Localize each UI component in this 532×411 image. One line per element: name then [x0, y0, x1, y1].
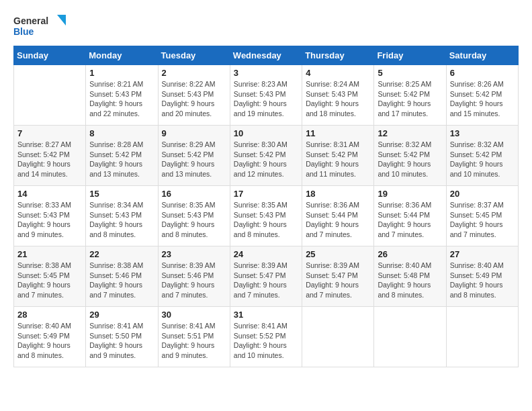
calendar-cell	[374, 307, 446, 367]
day-info: Sunrise: 8:28 AMSunset: 5:42 PMDaylight:…	[89, 140, 154, 179]
calendar-cell: 22Sunrise: 8:38 AMSunset: 5:46 PMDayligh…	[86, 246, 158, 307]
calendar-cell: 11Sunrise: 8:31 AMSunset: 5:42 PMDayligh…	[302, 126, 374, 186]
calendar-cell	[446, 307, 518, 367]
day-number: 13	[450, 128, 515, 138]
day-info: Sunrise: 8:35 AMSunset: 5:43 PMDaylight:…	[234, 200, 298, 240]
day-info: Sunrise: 8:38 AMSunset: 5:46 PMDaylight:…	[89, 261, 154, 300]
day-number: 10	[234, 128, 298, 138]
day-info: Sunrise: 8:30 AMSunset: 5:42 PMDaylight:…	[234, 140, 298, 179]
calendar-cell: 12Sunrise: 8:32 AMSunset: 5:42 PMDayligh…	[374, 126, 446, 186]
day-info: Sunrise: 8:41 AMSunset: 5:52 PMDaylight:…	[234, 321, 298, 361]
day-number: 30	[162, 310, 226, 320]
day-info: Sunrise: 8:23 AMSunset: 5:43 PMDaylight:…	[234, 79, 298, 119]
day-info: Sunrise: 8:39 AMSunset: 5:47 PMDaylight:…	[306, 261, 370, 300]
day-info: Sunrise: 8:40 AMSunset: 5:49 PMDaylight:…	[450, 261, 515, 300]
day-number: 21	[17, 249, 82, 259]
day-info: Sunrise: 8:22 AMSunset: 5:43 PMDaylight:…	[162, 79, 226, 119]
calendar-cell: 26Sunrise: 8:40 AMSunset: 5:48 PMDayligh…	[374, 246, 446, 307]
day-number: 23	[162, 249, 226, 259]
day-info: Sunrise: 8:26 AMSunset: 5:42 PMDaylight:…	[450, 79, 515, 119]
calendar-cell: 9Sunrise: 8:29 AMSunset: 5:42 PMDaylight…	[158, 126, 230, 186]
header-sunday: Sunday	[14, 46, 86, 65]
calendar-week-5: 28Sunrise: 8:40 AMSunset: 5:49 PMDayligh…	[14, 307, 519, 367]
day-number: 9	[162, 128, 226, 138]
svg-text:Blue: Blue	[13, 26, 34, 37]
calendar-cell: 17Sunrise: 8:35 AMSunset: 5:43 PMDayligh…	[230, 186, 302, 246]
day-number: 8	[89, 128, 154, 138]
day-number: 12	[378, 128, 442, 138]
calendar-cell: 5Sunrise: 8:25 AMSunset: 5:42 PMDaylight…	[374, 65, 446, 126]
day-info: Sunrise: 8:25 AMSunset: 5:42 PMDaylight:…	[378, 79, 442, 119]
calendar-cell: 30Sunrise: 8:41 AMSunset: 5:51 PMDayligh…	[158, 307, 230, 367]
day-info: Sunrise: 8:32 AMSunset: 5:42 PMDaylight:…	[378, 140, 442, 179]
calendar-cell: 21Sunrise: 8:38 AMSunset: 5:45 PMDayligh…	[14, 246, 86, 307]
day-info: Sunrise: 8:32 AMSunset: 5:42 PMDaylight:…	[450, 140, 515, 179]
day-info: Sunrise: 8:34 AMSunset: 5:43 PMDaylight:…	[89, 200, 154, 240]
day-number: 29	[89, 310, 154, 320]
header-friday: Friday	[374, 46, 446, 65]
page-header: General Blue	[13, 13, 519, 42]
day-info: Sunrise: 8:35 AMSunset: 5:43 PMDaylight:…	[162, 200, 226, 240]
calendar-cell: 20Sunrise: 8:37 AMSunset: 5:45 PMDayligh…	[446, 186, 518, 246]
day-number: 1	[89, 68, 154, 78]
calendar-week-1: 1Sunrise: 8:21 AMSunset: 5:43 PMDaylight…	[14, 65, 519, 126]
day-info: Sunrise: 8:33 AMSunset: 5:43 PMDaylight:…	[17, 200, 82, 240]
day-number: 4	[306, 68, 370, 78]
calendar-cell: 1Sunrise: 8:21 AMSunset: 5:43 PMDaylight…	[86, 65, 158, 126]
day-number: 28	[17, 310, 82, 320]
day-number: 26	[378, 249, 442, 259]
calendar-week-3: 14Sunrise: 8:33 AMSunset: 5:43 PMDayligh…	[14, 186, 519, 246]
day-info: Sunrise: 8:38 AMSunset: 5:45 PMDaylight:…	[17, 261, 82, 300]
day-number: 11	[306, 128, 370, 138]
svg-text:General: General	[13, 15, 48, 26]
calendar-cell: 8Sunrise: 8:28 AMSunset: 5:42 PMDaylight…	[86, 126, 158, 186]
calendar-cell: 10Sunrise: 8:30 AMSunset: 5:42 PMDayligh…	[230, 126, 302, 186]
calendar-cell: 23Sunrise: 8:39 AMSunset: 5:46 PMDayligh…	[158, 246, 230, 307]
day-info: Sunrise: 8:36 AMSunset: 5:44 PMDaylight:…	[306, 200, 370, 240]
calendar-cell	[302, 307, 374, 367]
day-info: Sunrise: 8:40 AMSunset: 5:49 PMDaylight:…	[17, 321, 82, 361]
header-saturday: Saturday	[446, 46, 518, 65]
calendar-cell: 18Sunrise: 8:36 AMSunset: 5:44 PMDayligh…	[302, 186, 374, 246]
day-number: 27	[450, 249, 515, 259]
calendar-cell: 29Sunrise: 8:41 AMSunset: 5:50 PMDayligh…	[86, 307, 158, 367]
calendar-cell: 7Sunrise: 8:27 AMSunset: 5:42 PMDaylight…	[14, 126, 86, 186]
day-number: 7	[17, 128, 82, 138]
calendar-cell: 19Sunrise: 8:36 AMSunset: 5:44 PMDayligh…	[374, 186, 446, 246]
day-info: Sunrise: 8:41 AMSunset: 5:51 PMDaylight:…	[162, 321, 226, 361]
header-thursday: Thursday	[302, 46, 374, 65]
header-monday: Monday	[86, 46, 158, 65]
day-info: Sunrise: 8:41 AMSunset: 5:50 PMDaylight:…	[89, 321, 154, 361]
day-number: 6	[450, 68, 515, 78]
calendar-cell: 6Sunrise: 8:26 AMSunset: 5:42 PMDaylight…	[446, 65, 518, 126]
calendar-cell: 14Sunrise: 8:33 AMSunset: 5:43 PMDayligh…	[14, 186, 86, 246]
day-number: 17	[234, 189, 298, 199]
day-info: Sunrise: 8:24 AMSunset: 5:43 PMDaylight:…	[306, 79, 370, 119]
day-info: Sunrise: 8:21 AMSunset: 5:43 PMDaylight:…	[89, 79, 154, 119]
logo-svg: General Blue	[13, 13, 67, 42]
day-number: 25	[306, 249, 370, 259]
day-info: Sunrise: 8:37 AMSunset: 5:45 PMDaylight:…	[450, 200, 515, 240]
calendar-cell: 28Sunrise: 8:40 AMSunset: 5:49 PMDayligh…	[14, 307, 86, 367]
calendar-cell: 15Sunrise: 8:34 AMSunset: 5:43 PMDayligh…	[86, 186, 158, 246]
day-number: 31	[234, 310, 298, 320]
calendar-cell: 16Sunrise: 8:35 AMSunset: 5:43 PMDayligh…	[158, 186, 230, 246]
day-info: Sunrise: 8:40 AMSunset: 5:48 PMDaylight:…	[378, 261, 442, 300]
day-number: 3	[234, 68, 298, 78]
day-number: 24	[234, 249, 298, 259]
day-info: Sunrise: 8:36 AMSunset: 5:44 PMDaylight:…	[378, 200, 442, 240]
calendar-cell: 25Sunrise: 8:39 AMSunset: 5:47 PMDayligh…	[302, 246, 374, 307]
svg-marker-2	[57, 15, 66, 26]
calendar-cell: 27Sunrise: 8:40 AMSunset: 5:49 PMDayligh…	[446, 246, 518, 307]
header-wednesday: Wednesday	[230, 46, 302, 65]
day-info: Sunrise: 8:27 AMSunset: 5:42 PMDaylight:…	[17, 140, 82, 179]
day-number: 18	[306, 189, 370, 199]
calendar-week-2: 7Sunrise: 8:27 AMSunset: 5:42 PMDaylight…	[14, 126, 519, 186]
calendar-table: SundayMondayTuesdayWednesdayThursdayFrid…	[13, 46, 519, 367]
day-number: 16	[162, 189, 226, 199]
calendar-cell: 31Sunrise: 8:41 AMSunset: 5:52 PMDayligh…	[230, 307, 302, 367]
day-number: 2	[162, 68, 226, 78]
calendar-week-4: 21Sunrise: 8:38 AMSunset: 5:45 PMDayligh…	[14, 246, 519, 307]
calendar-cell: 4Sunrise: 8:24 AMSunset: 5:43 PMDaylight…	[302, 65, 374, 126]
header-tuesday: Tuesday	[158, 46, 230, 65]
